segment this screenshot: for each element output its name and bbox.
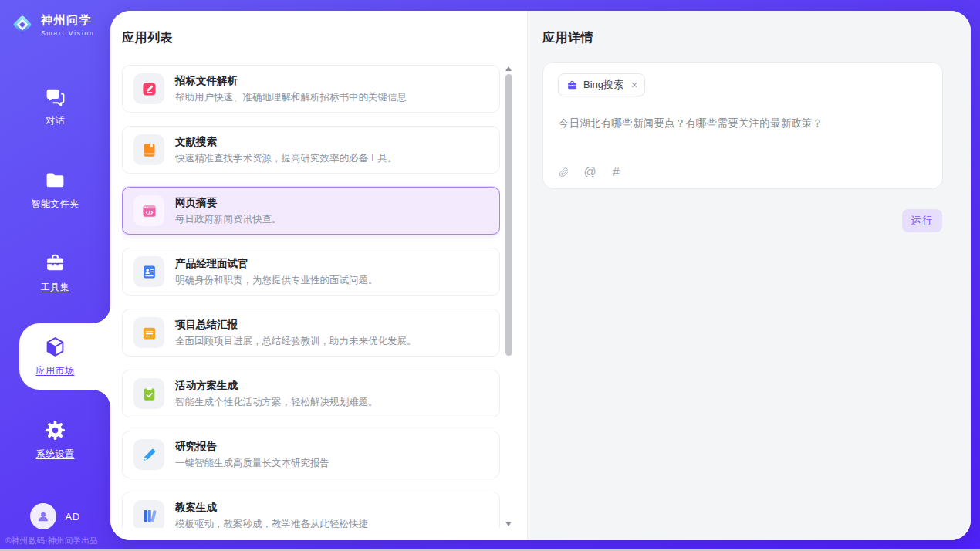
app-window: 神州问学 Smart Vision 对话 智能文件夹 工具集 应用市场 bbox=[0, 0, 980, 551]
app-card-title: 产品经理面试官 bbox=[175, 257, 378, 271]
books-icon bbox=[133, 500, 164, 528]
gear-icon bbox=[44, 419, 66, 441]
folder-icon bbox=[44, 169, 66, 191]
sidebar-item-label: 应用市场 bbox=[36, 364, 75, 377]
run-button[interactable]: 运行 bbox=[902, 209, 942, 232]
scrollbar-up-arrow[interactable] bbox=[505, 66, 512, 71]
app-card-pm-interviewer[interactable]: 产品经理面试官 明确身份和职责，为您提供专业性的面试问题。 bbox=[122, 248, 500, 296]
sidebar-item-toolkit[interactable]: 工具集 bbox=[0, 232, 110, 315]
app-list-title: 应用列表 bbox=[122, 30, 173, 46]
edit-doc-icon bbox=[133, 73, 164, 104]
hash-icon[interactable]: # bbox=[610, 165, 623, 179]
app-card-title: 招标文件解析 bbox=[175, 74, 407, 88]
scrollbar-down-arrow[interactable] bbox=[505, 522, 512, 526]
app-card-desc: 每日政府新闻资讯快查。 bbox=[175, 213, 282, 226]
cube-icon bbox=[44, 336, 66, 358]
chip-close-icon[interactable]: × bbox=[631, 79, 637, 90]
app-card-web-summary[interactable]: 网页摘要 每日政府新闻资讯快查。 bbox=[122, 187, 500, 235]
app-card-title: 研究报告 bbox=[175, 440, 329, 454]
app-card-desc: 帮助用户快速、准确地理解和解析招标书中的关键信息 bbox=[175, 91, 407, 104]
app-card-project-summary-report[interactable]: 项目总结汇报 全面回顾项目进展，总结经验教训，助力未来优化发展。 bbox=[122, 309, 500, 357]
app-card-desc: 模板驱动，教案秒成，教学准备从此轻松快捷 bbox=[175, 518, 368, 529]
app-card-title: 活动方案生成 bbox=[175, 379, 378, 393]
app-detail-title: 应用详情 bbox=[542, 30, 593, 46]
app-card-title: 教案生成 bbox=[175, 501, 368, 515]
user-row[interactable]: AD bbox=[0, 503, 110, 529]
brand-name: 神州问学 bbox=[41, 13, 95, 28]
app-card-text: 活动方案生成 智能生成个性化活动方案，轻松解决规划难题。 bbox=[175, 379, 378, 409]
sidebar-item-system-settings[interactable]: 系统设置 bbox=[0, 398, 110, 482]
app-card-text: 网页摘要 每日政府新闻资讯快查。 bbox=[175, 196, 282, 226]
app-card-text: 教案生成 模板驱动，教案秒成，教学准备从此轻松快捷 bbox=[175, 501, 368, 529]
clipboard-check-icon bbox=[133, 378, 164, 409]
sidebar-item-chat[interactable]: 对话 bbox=[0, 65, 110, 148]
app-card-desc: 全面回顾项目进展，总结经验教训，助力未来优化发展。 bbox=[175, 335, 417, 348]
brand-subtitle: Smart Vision bbox=[41, 29, 95, 37]
note-icon bbox=[133, 317, 164, 348]
brand-text: 神州问学 Smart Vision bbox=[41, 13, 95, 37]
briefcase-icon bbox=[566, 79, 578, 91]
sidebar-item-label: 工具集 bbox=[41, 281, 70, 294]
sidebar-item-app-market[interactable]: 应用市场 bbox=[0, 315, 110, 398]
sidebar-nav: 对话 智能文件夹 工具集 应用市场 系统设置 bbox=[0, 65, 110, 482]
query-input-card[interactable]: Bing搜索 × 今日湖北有哪些新闻要点？有哪些需要关注的最新政策？ @# bbox=[542, 62, 943, 189]
app-card-title: 项目总结汇报 bbox=[175, 318, 417, 332]
app-card-text: 研究报告 一键智能生成高质量长文本研究报告 bbox=[175, 440, 329, 470]
web-code-icon bbox=[133, 195, 164, 226]
app-detail-panel: 应用详情 Bing搜索 × 今日湖北有哪些新闻要点？有哪些需要关注的最新政策？ … bbox=[527, 11, 971, 540]
brand-logo-icon bbox=[9, 12, 35, 38]
app-card-text: 文献搜索 快速精准查找学术资源，提高研究效率的必备工具。 bbox=[175, 135, 397, 165]
app-card-title: 文献搜索 bbox=[175, 135, 397, 149]
app-card-text: 招标文件解析 帮助用户快速、准确地理解和解析招标书中的关键信息 bbox=[175, 74, 407, 104]
at-icon[interactable]: @ bbox=[583, 165, 596, 179]
app-card-research-report[interactable]: 研究报告 一键智能生成高质量长文本研究报告 bbox=[122, 431, 500, 478]
app-list-scrollbar[interactable] bbox=[503, 65, 514, 528]
app-list: 招标文件解析 帮助用户快速、准确地理解和解析招标书中的关键信息 文献搜索 快速精… bbox=[122, 65, 500, 528]
toolbox-icon bbox=[44, 252, 66, 275]
user-name: AD bbox=[65, 511, 79, 522]
app-card-activity-plan-generation[interactable]: 活动方案生成 智能生成个性化活动方案，轻松解决规划难题。 bbox=[122, 370, 500, 417]
app-card-text: 产品经理面试官 明确身份和职责，为您提供专业性的面试问题。 bbox=[175, 257, 378, 287]
app-list-panel: 应用列表 招标文件解析 帮助用户快速、准确地理解和解析招标书中的关键信息 文献搜… bbox=[110, 11, 527, 540]
copyright-footer: ©神州数码·神州问学出品 bbox=[5, 536, 98, 546]
app-card-bid-document-parsing[interactable]: 招标文件解析 帮助用户快速、准确地理解和解析招标书中的关键信息 bbox=[122, 65, 500, 113]
tool-chip-label: Bing搜索 bbox=[583, 78, 623, 92]
content-panel: 应用列表 招标文件解析 帮助用户快速、准确地理解和解析招标书中的关键信息 文献搜… bbox=[110, 11, 971, 540]
app-card-text: 项目总结汇报 全面回顾项目进展，总结经验教训，助力未来优化发展。 bbox=[175, 318, 417, 348]
sidebar-item-label: 系统设置 bbox=[36, 448, 75, 461]
chat-icon bbox=[44, 86, 66, 108]
paperclip-icon[interactable] bbox=[557, 165, 570, 179]
sidebar-item-label: 对话 bbox=[46, 114, 65, 127]
brand-logo: 神州问学 Smart Vision bbox=[9, 12, 95, 38]
scrollbar-thumb[interactable] bbox=[505, 74, 512, 356]
user-avatar-icon[interactable] bbox=[30, 503, 56, 529]
app-card-desc: 一键智能生成高质量长文本研究报告 bbox=[175, 457, 329, 470]
sidebar-item-label: 智能文件夹 bbox=[31, 198, 79, 211]
app-card-lesson-plan-generation[interactable]: 教案生成 模板驱动，教案秒成，教学准备从此轻松快捷 bbox=[122, 492, 500, 528]
ink-pen-icon bbox=[133, 439, 164, 470]
sidebar-item-smart-folders[interactable]: 智能文件夹 bbox=[0, 148, 110, 232]
resume-icon bbox=[133, 256, 164, 287]
query-text[interactable]: 今日湖北有哪些新闻要点？有哪些需要关注的最新政策？ bbox=[559, 117, 927, 130]
tool-chip-bing-search[interactable]: Bing搜索 × bbox=[558, 73, 645, 96]
sidebar: 神州问学 Smart Vision 对话 智能文件夹 工具集 应用市场 bbox=[0, 0, 110, 551]
app-card-title: 网页摘要 bbox=[175, 196, 282, 210]
book-icon bbox=[133, 134, 164, 165]
app-card-desc: 快速精准查找学术资源，提高研究效率的必备工具。 bbox=[175, 152, 397, 165]
app-card-desc: 智能生成个性化活动方案，轻松解决规划难题。 bbox=[175, 396, 378, 409]
app-card-desc: 明确身份和职责，为您提供专业性的面试问题。 bbox=[175, 274, 378, 287]
input-toolbar: @# bbox=[557, 165, 623, 179]
app-card-literature-search[interactable]: 文献搜索 快速精准查找学术资源，提高研究效率的必备工具。 bbox=[122, 126, 500, 174]
